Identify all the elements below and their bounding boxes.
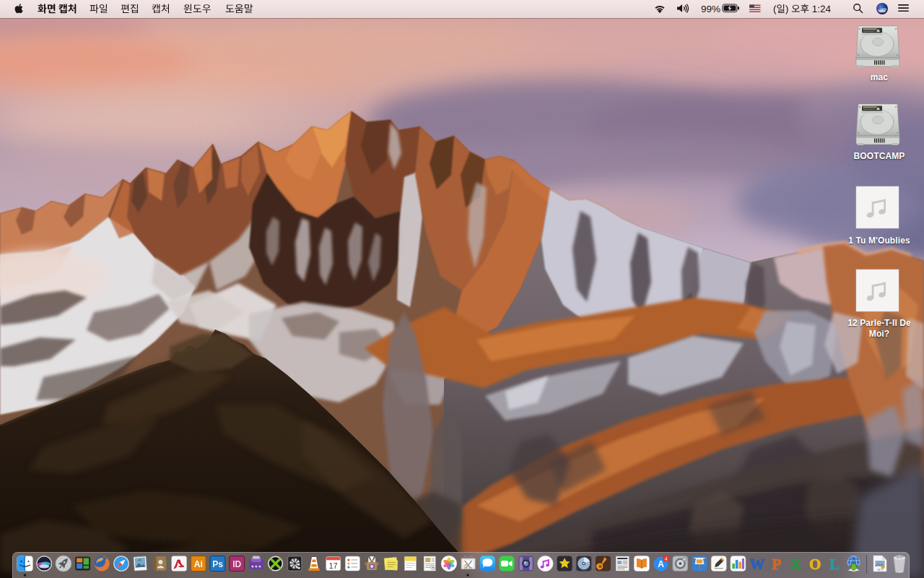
svg-text:Ps: Ps [212,559,223,569]
svg-text:L: L [829,556,840,573]
svg-text:X: X [790,556,801,573]
svg-text:MP3: MP3 [877,569,882,571]
svg-text:O: O [809,556,821,573]
svg-text:W: W [750,556,765,573]
svg-text:A: A [658,559,664,569]
svg-text:Ai: Ai [194,559,203,569]
svg-text:4: 4 [665,556,668,561]
svg-text:ID: ID [232,559,241,569]
svg-text:P: P [772,556,781,573]
svg-text:17: 17 [329,561,338,570]
